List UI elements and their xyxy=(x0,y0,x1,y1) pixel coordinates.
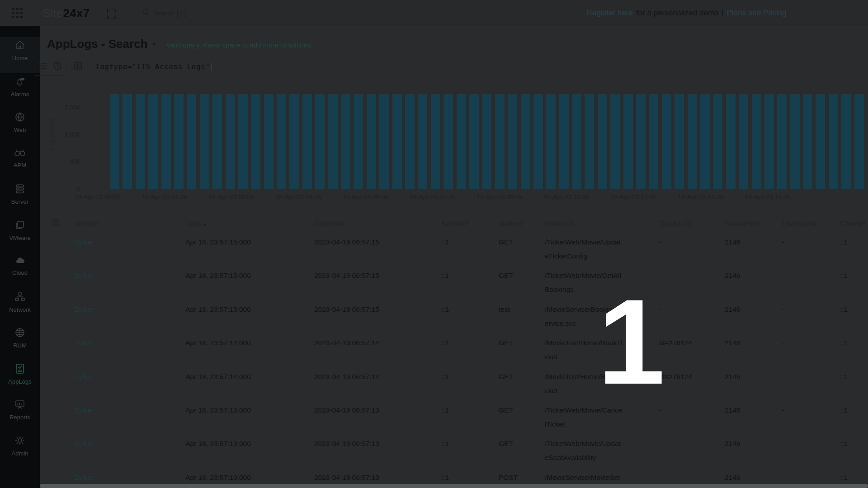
chart-bar[interactable] xyxy=(803,94,812,189)
chart-bar[interactable] xyxy=(251,94,260,189)
query-input[interactable]: logtype="IIS Access Logs" xyxy=(95,62,212,71)
column-header-method[interactable]: Method xyxy=(499,219,545,230)
chart-bar[interactable] xyxy=(854,94,864,189)
chart-bar[interactable] xyxy=(277,94,286,189)
chart-bar[interactable] xyxy=(598,94,607,189)
row-menu-icon[interactable]: ⋮ xyxy=(52,373,59,380)
sidebar-item-rum[interactable]: RUM xyxy=(0,324,40,361)
chart-bar[interactable] xyxy=(688,94,697,189)
cell-monitor[interactable]: Zylker xyxy=(75,237,185,265)
chart-bar[interactable] xyxy=(559,94,569,189)
chart-bar[interactable] xyxy=(443,94,453,189)
chart-bar[interactable] xyxy=(726,94,736,189)
chart-bar[interactable] xyxy=(161,94,171,189)
column-header-stemuri[interactable]: StemURI xyxy=(545,219,659,230)
chart-bar[interactable] xyxy=(841,94,851,189)
row-menu-icon[interactable]: ⋮ xyxy=(52,272,59,279)
sidebar-item-cloud[interactable]: Cloud xyxy=(0,253,40,289)
list-view-icon[interactable] xyxy=(38,61,47,72)
chart-bar[interactable] xyxy=(739,94,748,189)
pie-chart-icon[interactable] xyxy=(53,61,62,72)
column-header-time[interactable]: Time▾ xyxy=(185,219,314,230)
chart-bar[interactable] xyxy=(110,94,119,189)
cell-monitor[interactable]: Zylker xyxy=(75,371,185,399)
chart-bar[interactable] xyxy=(829,94,838,189)
column-header-username[interactable]: UserName xyxy=(782,219,840,230)
chart-bar[interactable] xyxy=(662,94,671,189)
chart-bar[interactable] xyxy=(405,94,415,189)
table-row[interactable]: ⋮ZylkerApr 18, 23:57:14:0002023-04-19 06… xyxy=(40,366,868,399)
chart-bar[interactable] xyxy=(623,94,633,189)
table-row[interactable]: ⋮ZylkerApr 18, 23:57:15:0002023-04-19 06… xyxy=(40,265,868,298)
chart-bar[interactable] xyxy=(174,94,184,189)
chart-bar[interactable] xyxy=(700,94,710,189)
column-chooser-icon[interactable] xyxy=(40,219,75,230)
row-menu-icon[interactable]: ⋮ xyxy=(52,474,59,481)
sidebar-item-vmware[interactable]: VMware xyxy=(0,217,40,253)
chart-bar[interactable] xyxy=(392,94,402,189)
fullscreen-expand-icon[interactable] xyxy=(107,9,117,19)
chart-bar[interactable] xyxy=(482,94,491,189)
chart-bar[interactable] xyxy=(187,94,196,189)
plans-pricing-link[interactable]: Plans and Pricing xyxy=(727,9,787,18)
column-header-monitor[interactable]: Monitor xyxy=(75,219,185,230)
sidebar-item-apm[interactable]: APM xyxy=(0,145,40,181)
chart-bar[interactable] xyxy=(315,94,325,189)
site24x7-logo[interactable]: Site24x7 xyxy=(42,6,90,20)
chart-bar[interactable] xyxy=(508,94,517,189)
table-view-icon[interactable] xyxy=(74,61,83,72)
row-menu-icon[interactable]: ⋮ xyxy=(52,406,59,414)
chart-bar[interactable] xyxy=(212,94,222,189)
chart-bar[interactable] xyxy=(123,94,132,189)
chart-bar[interactable] xyxy=(713,94,722,189)
chart-bar[interactable] xyxy=(238,94,248,189)
chart-bar[interactable] xyxy=(302,94,312,189)
table-row[interactable]: ⋮ZylkerApr 18, 23:57:15:0002023-04-19 06… xyxy=(40,231,868,265)
chart-bar[interactable] xyxy=(533,94,543,189)
chart-bar[interactable] xyxy=(521,94,530,189)
chart-bar[interactable] xyxy=(777,94,787,189)
chart-bar[interactable] xyxy=(649,94,658,189)
chart-bar[interactable] xyxy=(457,94,466,189)
column-header-clientip[interactable]: ClientIP xyxy=(840,219,868,230)
chart-bar[interactable] xyxy=(226,94,235,189)
sidebar-item-admin[interactable]: Admin xyxy=(0,432,40,469)
sidebar-item-web[interactable]: Web xyxy=(0,109,40,145)
chart-bar[interactable] xyxy=(469,94,479,189)
chart-bar[interactable] xyxy=(636,94,646,189)
column-header-queryuri[interactable]: QueryURI xyxy=(659,219,725,230)
sidebar-item-network[interactable]: Network xyxy=(0,289,40,325)
row-menu-icon[interactable]: ⋮ xyxy=(52,339,59,347)
chart-bar[interactable] xyxy=(431,94,440,189)
app-grid-icon[interactable] xyxy=(12,8,23,18)
table-row[interactable]: ⋮ZylkerApr 18, 23:57:13:0002023-04-19 06… xyxy=(40,433,868,466)
register-here-link[interactable]: Register here xyxy=(587,9,633,18)
table-row[interactable]: ⋮ZylkerApr 18, 23:57:15:0002023-04-19 06… xyxy=(40,299,868,332)
horizontal-scrollbar[interactable] xyxy=(40,484,868,488)
row-menu-icon[interactable]: ⋮ xyxy=(52,238,59,246)
cell-monitor[interactable]: Zylker xyxy=(75,304,185,332)
column-header-serverip[interactable]: ServerIP xyxy=(441,219,499,230)
row-menu-icon[interactable]: ⋮ xyxy=(52,305,59,313)
chart-bar[interactable] xyxy=(816,94,825,189)
chart-bar[interactable] xyxy=(328,94,338,189)
cell-monitor[interactable]: Zylker xyxy=(75,270,185,298)
chart-bar[interactable] xyxy=(572,94,581,189)
table-row[interactable]: ⋮ZylkerApr 18, 23:57:13:0002023-04-19 06… xyxy=(40,399,868,433)
chart-bar[interactable] xyxy=(418,94,427,189)
sidebar-item-alarms[interactable]: Alarms xyxy=(0,73,40,109)
chart-bar[interactable] xyxy=(752,94,761,189)
chart-bar[interactable] xyxy=(354,94,363,189)
chart-bar[interactable] xyxy=(546,94,556,189)
chart-bar[interactable] xyxy=(136,94,145,189)
cell-monitor[interactable]: Zylker xyxy=(75,438,185,466)
chevron-down-icon[interactable]: ▾ xyxy=(152,40,156,48)
sidebar-item-server[interactable]: Server xyxy=(0,181,40,217)
chart-bar[interactable] xyxy=(379,94,389,189)
column-header-datetime[interactable]: DateTime xyxy=(314,219,441,230)
chart-bar[interactable] xyxy=(764,94,774,189)
global-search[interactable]: Search [ / ] xyxy=(142,8,186,17)
chart-bar[interactable] xyxy=(341,94,350,189)
chart-bar[interactable] xyxy=(264,94,274,189)
cell-monitor[interactable]: Zylker xyxy=(75,338,185,366)
